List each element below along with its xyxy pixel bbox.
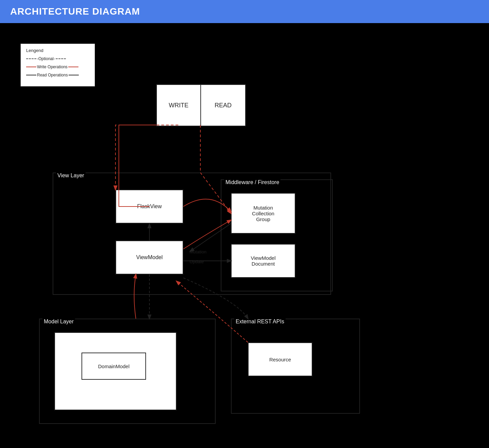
model-layer-label: Model Layer: [42, 319, 75, 325]
header: ARCHITECTURE DIAGRAM: [0, 0, 489, 23]
diagram-area: Lengend -Optional- Write Operations Read…: [0, 23, 489, 448]
legend-optional: -Optional-: [26, 56, 89, 61]
resource-box: Resource: [248, 342, 312, 376]
viewmodel-document-box: ViewModel Document: [231, 244, 295, 278]
middleware-label: Middleware / Firestore: [224, 179, 280, 185]
mutation-collection-group-box: Mutation Collection Group: [231, 193, 295, 234]
legend-read: Read Operations: [26, 73, 89, 77]
view-model-box: ViewModel: [115, 240, 183, 274]
mutation-label: Mutation: [189, 249, 206, 254]
flask-view-box: FlaskView: [115, 190, 183, 223]
domain-model-box: DomainModel: [82, 353, 146, 380]
legend-title: Lengend: [26, 48, 89, 53]
legend-box: Lengend -Optional- Write Operations Read…: [20, 43, 95, 87]
legend-read-label: Read Operations: [37, 73, 68, 77]
legend-optional-label: -Optional-: [37, 56, 55, 61]
page-title: ARCHITECTURE DIAGRAM: [10, 6, 140, 17]
write-read-container: WRITE READ: [156, 84, 246, 126]
legend-write-label: Write Operations: [37, 65, 68, 69]
legend-write: Write Operations: [26, 65, 89, 69]
view-layer-label: View Layer: [56, 173, 86, 179]
write-box: WRITE: [157, 85, 201, 126]
external-apis-label: External REST APIs: [234, 319, 286, 325]
update-label: Update: [189, 259, 204, 264]
read-box: READ: [201, 85, 245, 126]
